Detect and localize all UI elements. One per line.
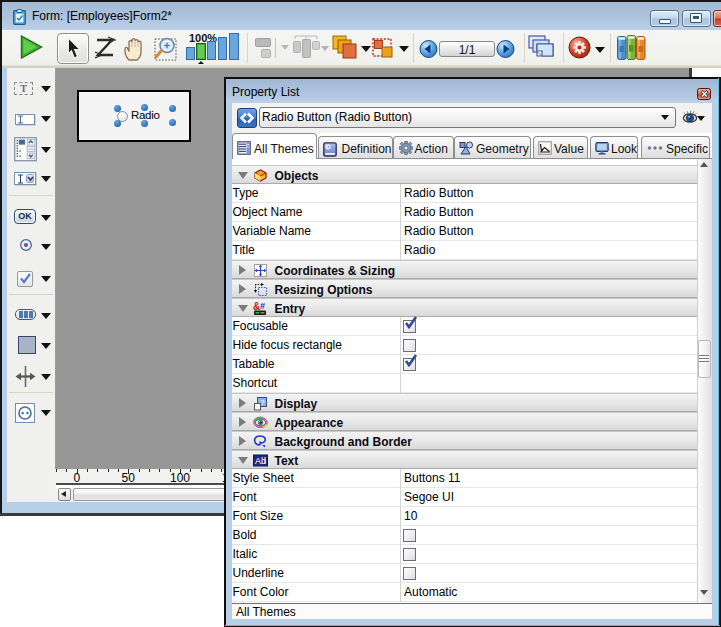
svg-text:Ab: Ab (255, 456, 266, 466)
svg-text:#: # (260, 301, 265, 311)
